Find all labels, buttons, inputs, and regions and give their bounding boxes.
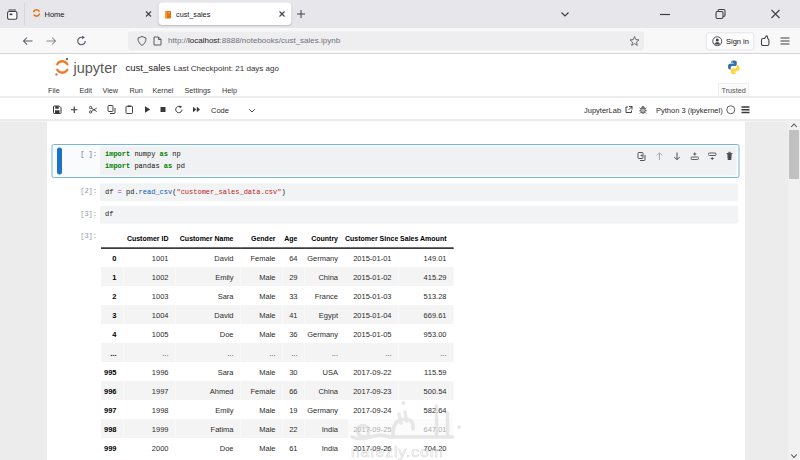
- svg-text:nafezly.com: nafezly.com: [351, 443, 444, 460]
